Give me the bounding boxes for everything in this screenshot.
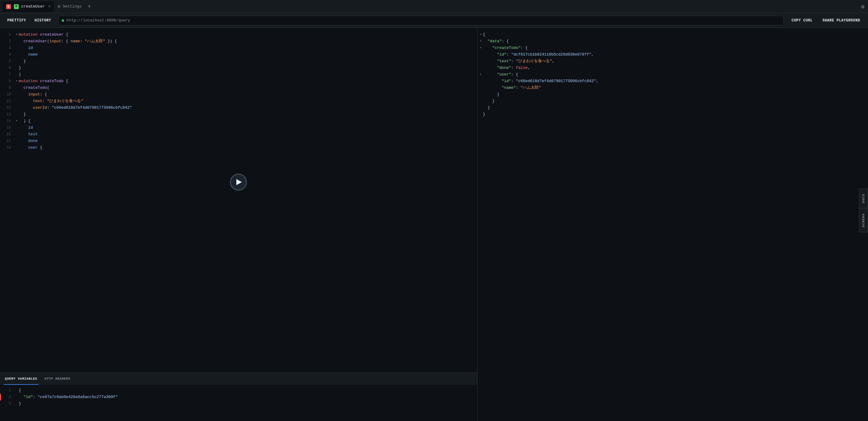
tab-close-icon[interactable]: × <box>49 4 51 9</box>
table-row: 1 ▾ { <box>0 387 477 394</box>
table-row: ▾ } <box>477 104 868 111</box>
table-row: ▾ } <box>477 98 868 104</box>
table-row: ▾ "user": { <box>477 71 868 78</box>
table-row: 1 ▾ mutation createUser { <box>0 31 477 38</box>
schema-tab[interactable]: SCHEMA <box>859 208 868 232</box>
table-row: 2 ▾ "id": "ce97a7c9ab0e428a9a6acc5c277a3… <box>0 394 477 400</box>
table-row: 5 ▾ } <box>0 58 477 65</box>
tab-settings[interactable]: ⚙ Settings <box>54 1 85 12</box>
editor-pane: 1 ▾ mutation createUser { 2 ▾ createUser… <box>0 28 477 421</box>
table-row: ▾ } <box>477 91 868 98</box>
query-variables-tab[interactable]: QUERY VARIABLES <box>4 373 38 385</box>
bottom-tabs: QUERY VARIABLES HTTP HEADERS <box>0 373 477 385</box>
run-button[interactable] <box>230 174 247 191</box>
table-row: 17 ▾ done <box>0 138 477 144</box>
table-row: ▾ "text": "ひまわりを食べる", <box>477 58 868 65</box>
run-icon <box>236 179 242 185</box>
table-row: 9 ▾ createTodo( <box>0 85 477 91</box>
table-row: 12 ▾ userId: "c66ed618d7ef4d07901775096c… <box>0 104 477 111</box>
active-line-indicator <box>0 394 1 400</box>
table-row: 16 ▾ text <box>0 131 477 138</box>
q-icon: Q <box>6 4 11 9</box>
connection-status-dot <box>62 19 64 22</box>
table-row: ▾ "data": { <box>477 38 868 45</box>
new-tab-button[interactable]: + <box>85 4 93 10</box>
table-row: ▾ } <box>477 111 868 118</box>
table-row: ▾ "id": "dcf617cb1b824110b5cd20d938e0797… <box>477 51 868 58</box>
tab-createuser-label: createUser <box>21 4 45 9</box>
table-row: 18 ▾ user { <box>0 144 477 151</box>
tab-createuser[interactable]: Q M createUser × <box>2 1 54 12</box>
copy-curl-button[interactable]: COPY CURL <box>787 17 817 25</box>
prettify-button[interactable]: PRETTIFY <box>4 17 30 25</box>
table-row: 8 ▾ mutation createTodo { <box>0 78 477 85</box>
url-bar: http://localhost:8080/query <box>58 16 784 25</box>
table-row: 2 ▾ createUser(input: { name: "ハム太郎" }) … <box>0 38 477 45</box>
result-pane: ▾ { ▾ "data": { ▾ "createTodo": { ▾ "id"… <box>477 28 868 421</box>
table-row: 3 ▾ id <box>0 45 477 51</box>
side-tabs: DOCS SCHEMA <box>859 189 868 232</box>
tab-settings-label: Settings <box>63 4 82 9</box>
table-row: ▾ { <box>477 31 868 38</box>
code-editor[interactable]: 1 ▾ mutation createUser { 2 ▾ createUser… <box>0 28 477 373</box>
history-button[interactable]: HISTORY <box>31 17 55 25</box>
table-row: ▾ "name": "ハム太郎" <box>477 85 868 91</box>
share-playground-button[interactable]: SHARE PLAYGROUND <box>818 17 864 25</box>
toolbar: PRETTIFY HISTORY http://localhost:8080/q… <box>0 13 868 28</box>
m-icon: M <box>14 4 19 9</box>
table-row: ▾ "done": false, <box>477 65 868 71</box>
gear-icon: ⚙ <box>58 4 60 9</box>
table-row: 4 ▾ name <box>0 51 477 58</box>
table-row: 10 ▾ input: { <box>0 91 477 98</box>
tab-bar: Q M createUser × ⚙ Settings + ⚙ <box>0 0 868 13</box>
docs-tab[interactable]: DOCS <box>859 189 868 208</box>
main-area: 1 ▾ mutation createUser { 2 ▾ createUser… <box>0 28 868 421</box>
table-row: 14 ▾ ) { <box>0 118 477 124</box>
table-row: ▾ "id": "c66ed618d7ef4d07901775096cbfc84… <box>477 78 868 85</box>
variables-editor[interactable]: 1 ▾ { 2 ▾ "id": "ce97a7c9ab0e428a9a6acc5… <box>0 385 477 421</box>
settings-gear-icon[interactable]: ⚙ <box>860 2 866 11</box>
http-headers-tab[interactable]: HTTP HEADERS <box>43 373 72 385</box>
table-row: 15 ▾ id <box>0 124 477 131</box>
table-row: 3 ▾ } <box>0 400 477 407</box>
table-row: 7 ▾ | <box>0 71 477 78</box>
table-row: 6 ▾ } <box>0 65 477 71</box>
url-text: http://localhost:8080/query <box>66 18 130 23</box>
table-row: 11 ▾ text: "ひまわりを食べる" <box>0 98 477 104</box>
table-row: 13 ▾ } <box>0 111 477 118</box>
table-row: ▾ "createTodo": { <box>477 45 868 51</box>
